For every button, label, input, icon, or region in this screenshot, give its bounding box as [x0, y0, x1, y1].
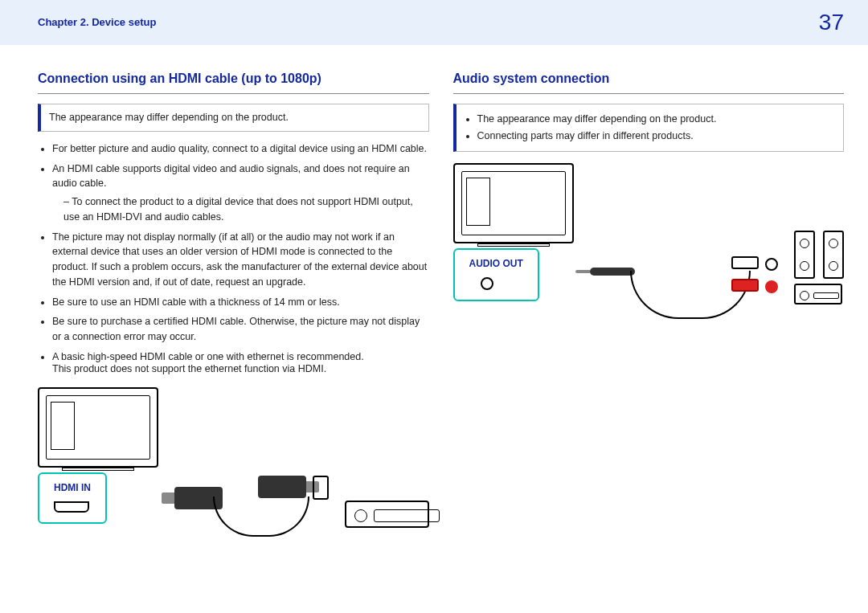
- hdmi-source-device-icon: [345, 501, 429, 528]
- hdmi-bullet-list: For better picture and audio quality, co…: [38, 141, 429, 377]
- hdmi-port-icon: [54, 501, 89, 513]
- hdmi-note-text: The appearance may differ depending on t…: [49, 112, 289, 123]
- list-item: An HDMI cable supports digital video and…: [52, 161, 429, 225]
- audio-receiver-icon: [794, 231, 844, 304]
- page-content: Connection using an HDMI cable (up to 10…: [0, 45, 868, 553]
- amplifier-icon: [794, 284, 842, 304]
- list-item: The picture may not display normally (if…: [52, 230, 429, 290]
- audio-port-box: AUDIO OUT: [453, 248, 539, 301]
- hdmi-diagram: HDMI IN: [38, 387, 429, 553]
- audio-note-item: The appearance may differ depending on t…: [477, 112, 836, 127]
- audio-section-heading: Audio system connection: [453, 69, 845, 94]
- audio-note-item: Connecting parts may differ in different…: [477, 129, 836, 144]
- audio-port-icon: [481, 277, 493, 290]
- list-item: For better picture and audio quality, co…: [52, 141, 429, 157]
- left-column: Connection using an HDMI cable (up to 10…: [38, 69, 429, 553]
- list-subitem: To connect the product to a digital devi…: [63, 194, 429, 225]
- hdmi-port-label: HDMI IN: [54, 480, 91, 495]
- list-item-text: A basic high-speed HDMI cable or one wit…: [52, 351, 364, 362]
- hdmi-port-box: HDMI IN: [38, 472, 107, 524]
- hdmi-cable-icon: [174, 476, 329, 553]
- monitor-back-icon: [453, 163, 574, 243]
- list-item: A basic high-speed HDMI cable or one wit…: [52, 349, 429, 377]
- speaker-right-icon: [823, 231, 844, 279]
- monitor-back-icon: [38, 387, 158, 468]
- hdmi-section-heading: Connection using an HDMI cable (up to 10…: [38, 69, 429, 94]
- list-item: Be sure to purchase a certified HDMI cab…: [52, 314, 429, 345]
- speaker-left-icon: [794, 231, 815, 279]
- list-item: Be sure to use an HDMI cable with a thic…: [52, 295, 429, 310]
- list-item-text: An HDMI cable supports digital video and…: [52, 163, 410, 190]
- page-number: 37: [819, 6, 844, 39]
- audio-diagram: AUDIO OUT: [453, 163, 845, 356]
- audio-note-box: The appearance may differ depending on t…: [453, 104, 845, 152]
- hdmi-note-box: The appearance may differ depending on t…: [38, 104, 429, 132]
- chapter-title: Chapter 2. Device setup: [38, 14, 156, 31]
- audio-cable-icon: [590, 260, 779, 356]
- list-item-continuation: This product does not support the ethern…: [52, 362, 429, 377]
- audio-port-label: AUDIO OUT: [469, 256, 523, 271]
- right-column: Audio system connection The appearance m…: [453, 69, 845, 553]
- page-header: Chapter 2. Device setup 37: [0, 0, 868, 45]
